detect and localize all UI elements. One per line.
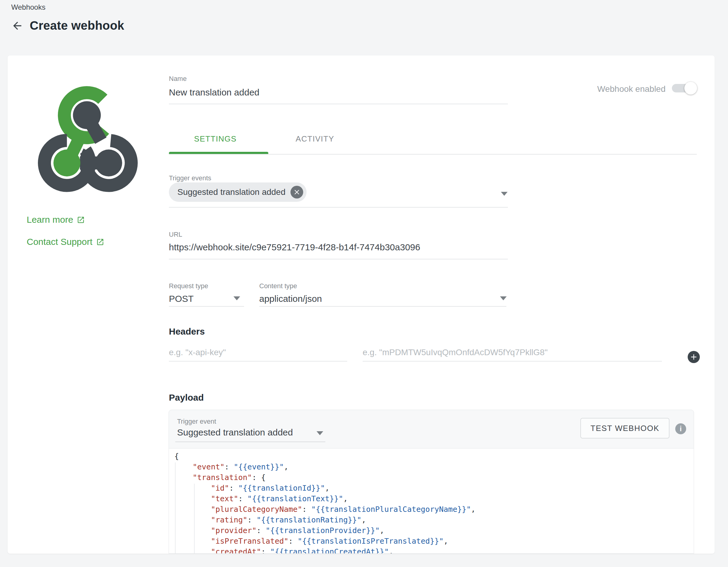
breadcrumb[interactable]: Webhooks — [11, 3, 45, 12]
webhook-enabled-toggle[interactable] — [672, 84, 696, 92]
info-icon[interactable]: i — [675, 423, 686, 434]
chevron-down-icon[interactable] — [501, 192, 508, 196]
contact-support-label: Contact Support — [27, 237, 92, 247]
learn-more-link[interactable]: Learn more — [27, 215, 85, 225]
name-field-label: Name — [169, 75, 187, 83]
payload-section-title: Payload — [169, 392, 204, 403]
request-type-label: Request type — [169, 282, 208, 290]
trigger-events-underline — [169, 207, 508, 208]
chip-label: Suggested translation added — [177, 187, 286, 197]
trigger-events-label: Trigger events — [169, 174, 211, 182]
back-arrow-icon — [11, 20, 23, 32]
headers-section-title: Headers — [169, 326, 205, 337]
name-input[interactable]: New translation added — [169, 87, 260, 98]
toggle-knob — [684, 82, 697, 95]
webhook-logo — [26, 78, 147, 196]
tabs-divider — [169, 154, 697, 155]
close-icon — [293, 188, 301, 196]
name-underline — [169, 104, 508, 104]
url-input[interactable]: https://webhook.site/c9e75921-7719-4f28-… — [169, 242, 420, 253]
add-icon — [689, 352, 698, 361]
trigger-event-chip[interactable]: Suggested translation added — [169, 183, 307, 202]
external-link-icon — [96, 238, 104, 246]
content-type-select[interactable]: application/json — [259, 293, 322, 304]
tab-activity[interactable]: ACTIVITY — [296, 134, 334, 146]
title-bar: Create webhook — [11, 19, 124, 32]
url-underline — [169, 259, 508, 260]
chip-remove-button[interactable] — [290, 186, 303, 199]
header-value-input[interactable] — [363, 344, 662, 361]
content-type-label: Content type — [259, 282, 297, 290]
url-field-label: URL — [169, 231, 182, 239]
external-link-icon — [77, 216, 85, 224]
header-key-input[interactable] — [169, 344, 347, 361]
chevron-down-icon[interactable] — [233, 296, 240, 300]
request-type-select[interactable]: POST — [169, 293, 194, 304]
webhook-form-card: Learn more Contact Support Name New tran… — [8, 55, 715, 554]
payload-trigger-event-select[interactable]: Suggested translation added — [177, 427, 293, 438]
payload-panel: Trigger event Suggested translation adde… — [169, 410, 694, 554]
request-type-underline — [169, 306, 244, 307]
payload-trigger-event-label: Trigger event — [177, 418, 216, 425]
webhook-enabled-label: Webhook enabled — [523, 84, 666, 94]
back-button[interactable] — [11, 19, 24, 32]
test-webhook-button[interactable]: TEST WEBHOOK — [580, 418, 669, 438]
chevron-down-icon[interactable] — [500, 296, 507, 300]
add-header-button[interactable] — [688, 351, 700, 363]
learn-more-label: Learn more — [27, 215, 73, 225]
payload-trigger-event-underline — [175, 441, 325, 442]
tab-settings[interactable]: SETTINGS — [194, 134, 237, 146]
payload-code-editor[interactable]: { "event": "{{event}}", "translation": {… — [169, 448, 694, 553]
payload-code[interactable]: { "event": "{{event}}", "translation": {… — [174, 451, 475, 553]
chevron-down-icon[interactable] — [317, 431, 323, 435]
page-title: Create webhook — [30, 19, 124, 32]
content-type-underline — [259, 306, 506, 307]
contact-support-link[interactable]: Contact Support — [27, 237, 104, 247]
